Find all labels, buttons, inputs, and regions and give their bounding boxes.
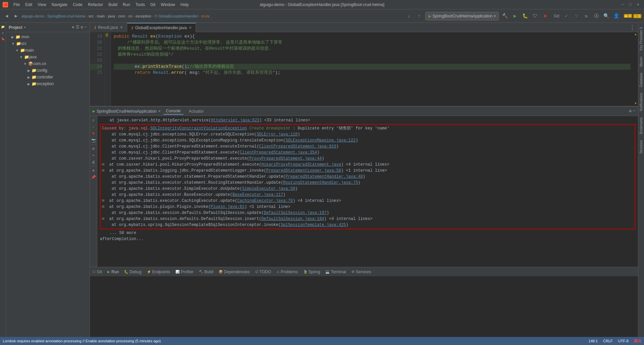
bottom-profiler-button[interactable]: 📊 Profiler bbox=[175, 270, 194, 274]
settings-run-button[interactable]: ⚙ bbox=[91, 168, 96, 173]
tab-close-icon[interactable]: ✕ bbox=[120, 25, 123, 29]
tree-item-exception[interactable]: ▶ 📁 exception bbox=[6, 80, 90, 87]
stop-button[interactable]: ■ bbox=[541, 12, 549, 20]
bottom-dependencies-button[interactable]: 📦 Dependencies bbox=[219, 270, 250, 274]
sidebar-scope-button[interactable]: ⊕ bbox=[72, 25, 74, 30]
menu-help[interactable]: Help bbox=[178, 2, 192, 8]
run-close-icon[interactable]: ✕ bbox=[158, 109, 161, 113]
menu-window[interactable]: Window bbox=[158, 2, 178, 8]
back-button[interactable]: ◀ bbox=[3, 12, 11, 20]
tree-item-controller[interactable]: ▶ 📁 controller bbox=[6, 74, 90, 80]
bottom-terminal-button[interactable]: 💻 Terminal bbox=[325, 270, 346, 274]
console-error-header: Caused by: java.sql.SQLIntegrityConstrai… bbox=[102, 125, 633, 131]
tree-item-main[interactable]: ▼ 📁 main bbox=[6, 47, 90, 54]
right-tab-structure[interactable]: Structure bbox=[639, 137, 644, 157]
right-tab-bookmarks[interactable]: Bookmarks bbox=[639, 115, 644, 137]
run-button[interactable]: ▶ bbox=[511, 12, 519, 20]
git-push-button[interactable]: ↑ bbox=[415, 12, 423, 20]
camera-button[interactable]: 📷 bbox=[91, 137, 96, 143]
code-view[interactable]: 19 20 21 22 23 24 25 @ bbox=[90, 32, 638, 106]
editor-scrollbar[interactable]: ▲ — ▼ bbox=[633, 32, 638, 106]
sidebar-minimize-button[interactable]: — bbox=[85, 25, 87, 30]
filter-button[interactable]: ⊟ bbox=[91, 146, 96, 151]
bottom-tool-label: Build bbox=[204, 270, 213, 274]
bottom-services-button[interactable]: ⚙ Services bbox=[352, 270, 371, 274]
menu-build[interactable]: Build bbox=[106, 2, 120, 8]
right-tab-database[interactable]: Database bbox=[639, 70, 644, 90]
tree-item-mvn[interactable]: ▶ 📁 .mvn bbox=[6, 34, 90, 40]
tree-item-java[interactable]: ▼ 📁 java bbox=[6, 54, 90, 60]
code-content[interactable]: public Result ex(Exception ex){ /*捕获到异常后… bbox=[111, 32, 633, 106]
git-update2-button[interactable]: ↻ bbox=[582, 12, 590, 20]
menu-file[interactable]: File bbox=[11, 2, 22, 8]
bottom-debug-button[interactable]: 🐛 Debug bbox=[124, 270, 141, 274]
dependencies-icon: 📦 bbox=[219, 270, 223, 274]
debug-icon: 🐛 bbox=[124, 270, 128, 274]
menu-navigate[interactable]: Navigate bbox=[49, 2, 70, 8]
git-update-button[interactable]: ↓ bbox=[405, 12, 413, 20]
minimize-button[interactable]: — bbox=[619, 2, 626, 7]
menu-run[interactable]: Run bbox=[120, 2, 133, 8]
bottom-spring-button[interactable]: 🍃 Spring bbox=[303, 270, 320, 274]
sidebar-collapse-button[interactable]: ☰ bbox=[76, 25, 79, 30]
left-activity-bar: 📁 ⊙ 🔖 bbox=[0, 23, 6, 337]
tree-item-comcn[interactable]: ▼ 📦 com.cn bbox=[6, 60, 90, 67]
bottom-problems-button[interactable]: ⚠ Problems bbox=[276, 270, 298, 274]
right-tab-notifications[interactable]: Notifications bbox=[639, 90, 644, 114]
console-output[interactable]: at javax.servlet.http.HttpServlet.servic… bbox=[97, 116, 638, 267]
menu-edit[interactable]: Edit bbox=[22, 2, 35, 8]
editor-more-icon[interactable]: ⋮ bbox=[629, 24, 635, 31]
profile-button[interactable]: 👤 bbox=[612, 12, 621, 20]
project-icon[interactable]: 📁 bbox=[0, 24, 6, 30]
print-button[interactable]: 🖨 bbox=[91, 159, 96, 165]
commit-icon[interactable]: ⊙ bbox=[0, 30, 6, 36]
run-settings-icon[interactable]: ⚙ bbox=[629, 109, 632, 114]
bottom-endpoints-button[interactable]: ⚡ Endpoints bbox=[147, 270, 170, 274]
bottom-build-button[interactable]: 🔨 Build bbox=[199, 270, 213, 274]
bottom-git-button[interactable]: ⬡ Git bbox=[93, 270, 102, 274]
coverage-button[interactable]: 🛡 bbox=[531, 12, 539, 20]
pin-button[interactable]: 📌 bbox=[91, 174, 96, 180]
right-tab-key-promoter[interactable]: Key Promoter X bbox=[639, 24, 644, 53]
tab-console[interactable]: Console bbox=[163, 108, 183, 115]
menu-git[interactable]: Git bbox=[148, 2, 158, 8]
git-annotate-button[interactable]: Ⓐ bbox=[592, 12, 600, 20]
tab-global-exception-handler[interactable]: J GlobalExceptionHandler.java ✕ bbox=[127, 23, 196, 32]
run-config-dropdown[interactable]: ▶ SpringBootCrudHeimaApplication ▾ bbox=[425, 12, 499, 20]
bottom-tool-label: Terminal bbox=[331, 270, 346, 274]
menu-code[interactable]: Code bbox=[70, 2, 85, 8]
close-button[interactable]: ✕ bbox=[635, 2, 641, 7]
console-line: at com.mysql.cj.jdbc.exceptions.SQLExcep… bbox=[102, 137, 633, 143]
expand-icon: ▼ bbox=[19, 55, 23, 59]
expand-icon: ▶ bbox=[28, 69, 30, 72]
debug-button[interactable]: 🐛 bbox=[521, 12, 529, 20]
right-tab-maven[interactable]: Maven bbox=[639, 54, 644, 69]
search-everywhere-button[interactable]: 🔍 bbox=[602, 12, 610, 20]
menu-refactor[interactable]: Refactor bbox=[85, 2, 106, 8]
run-minimize-icon[interactable]: — bbox=[633, 109, 635, 114]
restart-button[interactable]: ↺ bbox=[91, 117, 96, 123]
build-button[interactable]: 🔨 bbox=[501, 12, 509, 20]
menu-view[interactable]: View bbox=[35, 2, 49, 8]
tab-result-java[interactable]: J Result.java ✕ bbox=[90, 23, 127, 32]
git-check-button[interactable]: ✓ bbox=[562, 12, 570, 20]
expand-icon: ▶ bbox=[28, 75, 30, 79]
stop-run-button[interactable]: ■ bbox=[91, 131, 96, 136]
console-line: ⊞ at org.apache.ibatis.session.defaults.… bbox=[102, 216, 633, 222]
scroll-end-button[interactable]: ↓ bbox=[91, 124, 96, 129]
sidebar-settings-button[interactable]: ⚙ bbox=[81, 25, 83, 30]
tree-item-src[interactable]: ▼ 📁 src bbox=[6, 40, 90, 47]
bottom-todo-button[interactable]: ☑ TODO bbox=[255, 270, 271, 274]
bottom-tool-label: Services bbox=[356, 270, 371, 274]
wrap-button[interactable]: ↩ bbox=[91, 153, 96, 158]
forward-button[interactable]: ▶ bbox=[12, 12, 20, 20]
bottom-run-button[interactable]: ▶ Run bbox=[107, 270, 119, 274]
maximize-button[interactable]: □ bbox=[627, 2, 634, 7]
tab-actuator[interactable]: Actuator bbox=[186, 108, 207, 114]
sidebar-dropdown-icon[interactable]: ▾ bbox=[24, 25, 26, 30]
menu-tools[interactable]: Tools bbox=[133, 2, 148, 8]
git-branch-button[interactable]: ⑂ bbox=[572, 12, 580, 20]
bookmarks-icon[interactable]: 🔖 bbox=[0, 36, 6, 42]
tab-close-icon[interactable]: ✕ bbox=[189, 26, 192, 30]
tree-item-config[interactable]: ▶ 📁 config bbox=[6, 67, 90, 74]
